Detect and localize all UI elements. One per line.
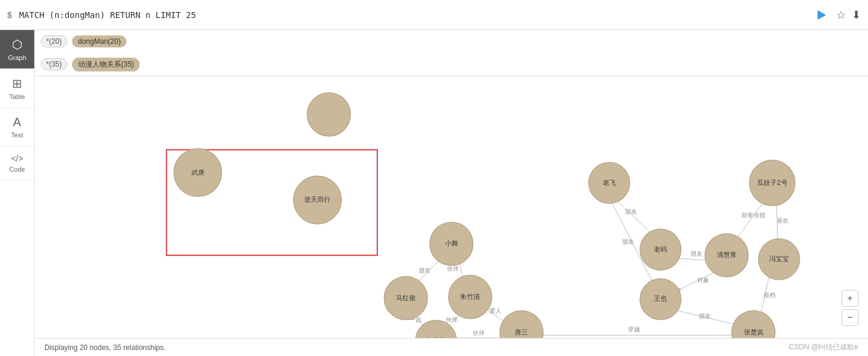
- node-label-wangye: 王也: [654, 295, 667, 302]
- sidebar-item-code[interactable]: </> Code: [0, 146, 34, 181]
- edge-label-laofei-laoma: 朋友: [625, 208, 637, 215]
- node-label-guawaizi: 瓜娃子2号: [757, 179, 787, 186]
- watermark: CSDN @纠结已成歌e: [789, 342, 858, 352]
- node-label-qinghuiqing: 清慧青: [717, 251, 737, 258]
- sidebar-item-graph[interactable]: ⬡ Graph: [0, 30, 34, 69]
- node-label-wugen: 武庚: [191, 169, 205, 176]
- sidebar-label-text: Text: [11, 131, 23, 139]
- edge-label-ning-tang: 伙伴: [473, 330, 485, 336]
- toolbar-icons: ☆ ⬇: [813, 7, 861, 23]
- relationship-badge[interactable]: 动漫人物关系(35): [72, 58, 140, 71]
- node-topnode[interactable]: [307, 93, 350, 136]
- status-text: Displaying 20 nodes, 35 relationships.: [44, 343, 166, 352]
- zoom-in-button[interactable]: +: [842, 290, 858, 307]
- sidebar-label-table: Table: [9, 93, 25, 100]
- zoom-controls: + −: [842, 290, 858, 326]
- graph-icon: ⬡: [12, 37, 22, 52]
- edge-label-guawa-qing: 前辈传授: [741, 212, 765, 219]
- sidebar-item-table[interactable]: ⊞ Table: [0, 69, 34, 108]
- star-icon[interactable]: ☆: [836, 8, 846, 22]
- download-icon[interactable]: ⬇: [852, 8, 861, 22]
- tag-row-2: *(35) 动漫人物关系(35): [35, 53, 868, 76]
- graph-canvas[interactable]: 朋友 朋友 前辈传授 喜欢 朋友 对象 搭档 朋友 伙伴: [35, 76, 868, 338]
- edge-label-laofei-wangye: 朋友: [622, 238, 634, 245]
- toolbar: $ MATCH (n:dongMan) RETURN n LIMIT 25 ☆ …: [0, 0, 868, 30]
- node-label-zhuzhiqing: 朱竹清: [460, 293, 480, 300]
- edge-label-xiaowu-ma: 朋友: [419, 267, 431, 274]
- text-icon: A: [13, 115, 21, 129]
- dongman-badge[interactable]: dongMan(20): [72, 35, 127, 47]
- edge-label-tang-zhang: 穿越: [628, 326, 640, 333]
- sidebar-item-text[interactable]: A Text: [0, 108, 34, 146]
- sidebar: ⬡ Graph ⊞ Table A Text </> Code: [0, 30, 35, 356]
- edge-label-xiaowu-zhu: 伙伴: [447, 265, 459, 272]
- sidebar-label-code: Code: [9, 166, 25, 173]
- node-label-xiaowu: 小舞: [445, 240, 458, 247]
- tag-bar: *(20) dongMan(20) *(35) 动漫人物关系(35): [35, 30, 868, 76]
- node-label-mazhangjun: 马红俊: [396, 294, 416, 301]
- node-label-laoma: 老码: [654, 246, 667, 253]
- edge-label-qing-laoma: 朋友: [690, 250, 702, 257]
- tag-row-1: *(20) dongMan(20): [35, 30, 868, 53]
- sidebar-label-graph: Graph: [8, 54, 26, 61]
- node-label-fengbaobao: 冯宝宝: [769, 255, 789, 262]
- run-button[interactable]: [813, 7, 830, 23]
- edge-label-qing-wang: 对象: [697, 277, 709, 283]
- edge-label-feng-zhang: 搭档: [764, 292, 776, 298]
- edge-label-wang-zhang: 朋友: [699, 313, 711, 319]
- edge-label-zhu-tang: 爱人: [489, 307, 501, 314]
- node-label-laofei: 老飞: [603, 179, 616, 186]
- query-text: MATCH (n:dongMan) RETURN n LIMIT 25: [19, 10, 806, 20]
- edge-label-zhu-ning: 伙伴: [446, 316, 458, 323]
- code-icon: </>: [11, 154, 23, 163]
- run-icon: [818, 10, 826, 20]
- graph-svg: 朋友 朋友 前辈传授 喜欢 朋友 对象 搭档 朋友 伙伴: [35, 76, 868, 338]
- table-icon: ⊞: [12, 76, 22, 91]
- dollar-sign: $: [7, 10, 12, 20]
- node-label-zhangchuyang: 张楚岚: [744, 328, 764, 336]
- node-label-nitian: 逆天而行: [304, 196, 331, 203]
- node-label-tangsan: 唐三: [515, 328, 528, 336]
- zoom-out-button[interactable]: −: [842, 309, 858, 326]
- status-bar: Displaying 20 nodes, 35 relationships. C…: [35, 338, 868, 356]
- node-count-badge: *(20): [41, 35, 67, 47]
- edge-label-guawa-feng: 喜欢: [777, 217, 789, 224]
- rel-count-badge: *(35): [41, 58, 67, 70]
